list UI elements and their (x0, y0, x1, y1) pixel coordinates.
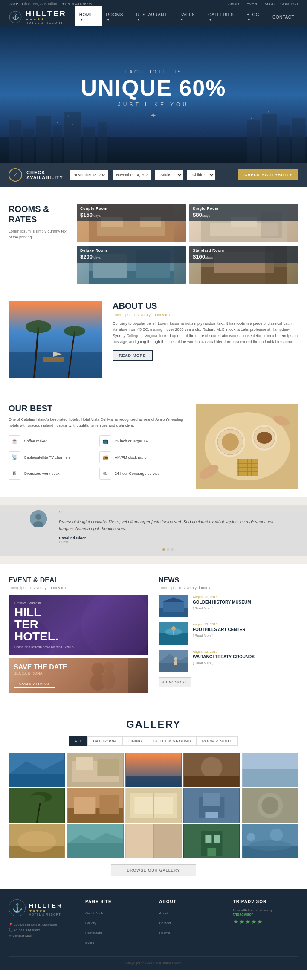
top-nav-blog[interactable]: BLOG (264, 2, 275, 6)
nav-arrow-rooms: ▼ (107, 18, 110, 21)
room-card-couple[interactable]: Couple Room $150/days (77, 204, 186, 242)
gallery-grid (9, 753, 298, 858)
adults-select[interactable]: Adults 1 2 3 (155, 170, 183, 180)
children-select[interactable]: Children 0 1 2 (187, 170, 215, 180)
amenity-cable-label: Cable/satellite TV channels (24, 455, 70, 459)
nav-item-galleries[interactable]: GALLERIES ▼ (204, 6, 242, 28)
news-read-1[interactable]: [ Read More ] (193, 606, 251, 610)
gallery-item-10[interactable] (242, 788, 298, 823)
logo-stars: ★★★★★ (26, 17, 67, 21)
svg-rect-98 (76, 757, 93, 770)
check-availability-button[interactable]: CHECK AVAILABILITY (238, 169, 298, 180)
gallery-item-5[interactable] (242, 753, 298, 787)
room-card-deluxe[interactable]: Deluxe Room $200/days (77, 246, 186, 284)
gallery-item-6[interactable] (9, 788, 65, 823)
nav-arrow-restaurant: ▼ (137, 18, 140, 21)
best-desc: One of Catalina Island's best-rated hote… (9, 417, 186, 428)
gallery-tab-dining[interactable]: DINING (122, 736, 148, 746)
hero-icon: ✦ (81, 111, 226, 120)
news-title-2: FOOTHILLS ART CENTER (193, 627, 246, 632)
footer-link-guestbook[interactable]: Guest Book (85, 908, 151, 916)
event-card-small[interactable]: SAVE THE DATE BECCA & RONAT COME WITH US (9, 658, 148, 693)
gallery-item-3[interactable] (125, 753, 182, 787)
news-item-2[interactable]: August 22, 2015 FOOTHILLS ART CENTER [ R… (159, 622, 298, 645)
view-more-button[interactable]: VIEW MORE (159, 677, 191, 687)
gallery-section: GALLERY ALL BATHROOM DINING HOTEL & GROU… (0, 706, 307, 889)
footer-logo-icon: ⚓ (9, 899, 26, 916)
footer-tripadvisor-title: TRIPADVISOR (233, 899, 298, 904)
top-bar-phone: +1 516-414-9998 (62, 2, 92, 6)
svg-rect-123 (206, 812, 218, 818)
footer-link-rooms[interactable]: Rooms (159, 928, 224, 936)
save-date-button[interactable]: COME WITH US (14, 680, 55, 688)
gallery-tab-room[interactable]: ROOM & SUITE (197, 736, 238, 746)
nav-item-restaurant[interactable]: RESTAURANT ▼ (132, 6, 175, 28)
top-nav-event[interactable]: EVENT (246, 2, 259, 6)
top-nav-about[interactable]: ABOUT (228, 2, 241, 6)
gallery-item-7[interactable] (67, 788, 124, 823)
svg-rect-99 (97, 759, 119, 776)
nav-item-home[interactable]: HOME ▼ (75, 6, 102, 28)
gallery-item-15[interactable] (242, 824, 298, 858)
gallery-tab-hotel[interactable]: HOTEL & GROUND (148, 736, 197, 746)
testimonial-dot-3[interactable] (171, 548, 174, 551)
nav-item-rooms[interactable]: ROOMS ▼ (102, 6, 132, 28)
gallery-tab-all[interactable]: ALL (69, 736, 88, 746)
hero-section: EACH HOTEL IS UNIQUE 60% JUST LIKE YOU ✦ (0, 26, 307, 163)
svg-rect-104 (184, 776, 240, 787)
gallery-item-4[interactable] (183, 753, 240, 787)
news-read-2[interactable]: [ Read More ] (193, 634, 246, 637)
footer-link-event[interactable]: Event (85, 938, 151, 945)
svg-rect-12 (279, 125, 290, 163)
svg-rect-135 (154, 824, 181, 858)
testimonial-dot-2[interactable] (167, 548, 169, 551)
svg-text:⚓: ⚓ (12, 13, 20, 20)
nav-item-pages[interactable]: PAGES ▼ (175, 6, 204, 28)
nav-item-contact[interactable]: CONTACT (268, 9, 298, 26)
testimonial-dot-1[interactable] (162, 548, 165, 551)
gallery-item-13[interactable] (125, 824, 182, 858)
room-deluxe-name: Deluxe Room (80, 248, 182, 253)
footer-link-gallery[interactable]: Gallery (85, 918, 151, 926)
event-title: EVENT & DEAL (9, 576, 148, 584)
gallery-item-11[interactable] (9, 824, 65, 858)
browse-gallery-button[interactable]: BROWSE OUR GALLERY (111, 864, 196, 876)
gallery-item-9[interactable] (183, 788, 240, 823)
gallery-item-8[interactable] (125, 788, 182, 823)
gallery-item-1[interactable] (9, 753, 65, 787)
amenity-concierge-label: 24-hour Concierge service (115, 471, 160, 476)
svg-point-111 (28, 795, 45, 803)
footer-link-contact[interactable]: Contact (159, 918, 224, 926)
svg-rect-40 (9, 352, 102, 378)
gallery-tabs: ALL BATHROOM DINING HOTEL & GROUND ROOM … (9, 736, 298, 746)
rooms-left: ROOMS &RATES Lorem ipsum is simply dummy… (9, 204, 68, 240)
footer-logo-stars: ★★★★★ (29, 909, 63, 913)
checkout-date-input[interactable] (113, 170, 151, 180)
news-item-1[interactable]: August 22, 2015 GOLDEN HISTORY MUSEUM [ … (159, 595, 298, 617)
room-card-standard[interactable]: Standard Room $160/days (189, 246, 298, 284)
gallery-item-2[interactable] (67, 753, 124, 787)
gi-15-visual (242, 824, 298, 858)
logo-icon: ⚓ (9, 10, 22, 24)
footer-link-restaurant[interactable]: Restaurant (85, 928, 151, 936)
hero-tag-bottom: JUST LIKE YOU (81, 102, 226, 108)
footer-link-about[interactable]: About (159, 908, 224, 916)
nav-item-blog[interactable]: BLOG ▼ (242, 6, 268, 28)
gallery-tab-bathroom[interactable]: BATHROOM (87, 736, 122, 746)
gallery-item-12[interactable] (67, 824, 124, 858)
gallery-item-14[interactable] (183, 824, 240, 858)
svg-rect-106 (243, 770, 298, 787)
news-item-3[interactable]: August 22, 2015 WAITANGI TREATY GROUNDS … (159, 650, 298, 672)
availability-label: CHECKAVAILABILITY (26, 170, 63, 180)
testimonial-quote-mark: " (59, 510, 277, 517)
top-nav-contact[interactable]: CONTACT (280, 2, 298, 6)
nav-arrow-galleries: ▼ (209, 18, 212, 21)
room-single-price: $80 (193, 212, 202, 218)
news-read-3[interactable]: [ Read More ] (193, 661, 255, 665)
room-card-single[interactable]: Single Room $80/days (189, 204, 298, 242)
footer-address: 📍 220 Beach Street, Australian 📞 +1 549-… (9, 922, 77, 939)
about-read-more-button[interactable]: READ MORE (113, 350, 153, 361)
event-card-large[interactable]: Frestival Music in HILLTERHOTEL. Come an… (9, 595, 148, 655)
checkin-date-input[interactable] (70, 170, 108, 180)
svg-point-144 (249, 840, 292, 851)
